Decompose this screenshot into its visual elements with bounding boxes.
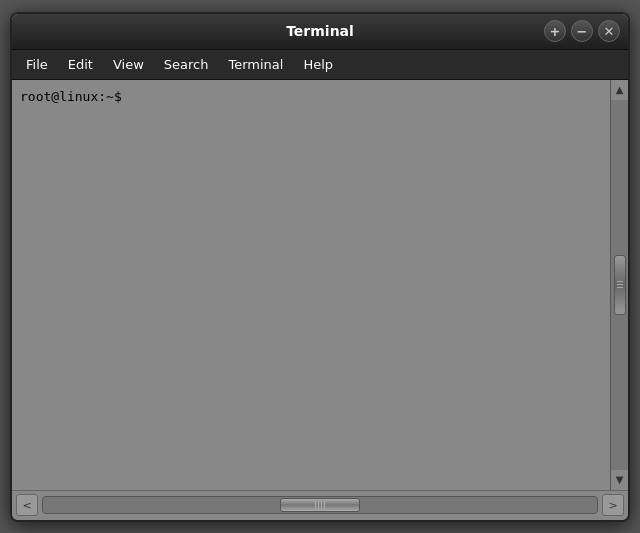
menu-terminal[interactable]: Terminal <box>218 53 293 76</box>
horizontal-scroll-thumb[interactable] <box>280 498 360 512</box>
vertical-scroll-track[interactable] <box>613 102 627 468</box>
scroll-left-button[interactable]: < <box>16 494 38 516</box>
title-bar: Terminal + − ✕ <box>12 14 628 50</box>
horizontal-scroll-track[interactable] <box>42 496 598 514</box>
menu-help[interactable]: Help <box>293 53 343 76</box>
terminal-content[interactable]: root@linux:~$ <box>12 80 610 490</box>
vertical-scroll-thumb[interactable] <box>614 255 626 315</box>
terminal-prompt: root@linux:~$ <box>20 89 122 104</box>
menu-bar: File Edit View Search Terminal Help <box>12 50 628 80</box>
h-scroll-grip <box>315 501 325 509</box>
window-controls: + − ✕ <box>544 20 620 42</box>
scroll-grip <box>617 281 623 288</box>
scroll-up-icon: ▲ <box>616 84 624 95</box>
scroll-right-button[interactable]: > <box>602 494 624 516</box>
terminal-window: Terminal + − ✕ File Edit View Search Ter… <box>10 12 630 522</box>
grip-line-1 <box>617 281 623 282</box>
horizontal-scrollbar-bar: < > <box>12 490 628 520</box>
minimize-button[interactable]: − <box>571 20 593 42</box>
vertical-scrollbar[interactable]: ▲ ▼ <box>610 80 628 490</box>
menu-file[interactable]: File <box>16 53 58 76</box>
scroll-up-button[interactable]: ▲ <box>611 80 629 100</box>
h-grip-1 <box>315 501 316 509</box>
h-grip-3 <box>321 501 322 509</box>
grip-line-2 <box>617 284 623 285</box>
terminal-body: root@linux:~$ ▲ ▼ <box>12 80 628 490</box>
menu-search[interactable]: Search <box>154 53 219 76</box>
scroll-down-button[interactable]: ▼ <box>611 470 629 490</box>
grip-line-3 <box>617 287 623 288</box>
h-grip-2 <box>318 501 319 509</box>
menu-view[interactable]: View <box>103 53 154 76</box>
close-button[interactable]: ✕ <box>598 20 620 42</box>
menu-edit[interactable]: Edit <box>58 53 103 76</box>
add-tab-button[interactable]: + <box>544 20 566 42</box>
scroll-down-icon: ▼ <box>616 474 624 485</box>
window-title: Terminal <box>286 23 354 39</box>
h-grip-4 <box>324 501 325 509</box>
